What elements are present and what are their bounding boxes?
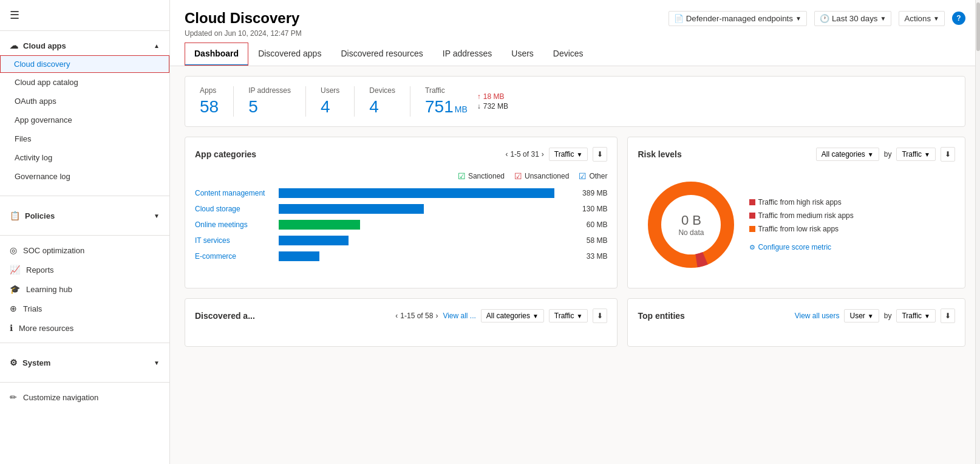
app-categories-card: App categories ‹ 1-5 of 31 › Traffic ▼ ⬇ (185, 137, 618, 288)
sidebar-item-cloud-discovery[interactable]: Cloud discovery (0, 55, 169, 73)
app-categories-download-button[interactable]: ⬇ (593, 147, 607, 162)
sidebar-section-system[interactable]: ⚙ System ▼ (0, 353, 169, 372)
bar-fill-online-meetings (279, 220, 360, 230)
sidebar-section-label: Cloud apps (23, 41, 66, 50)
disc-prev-icon[interactable]: ‹ (395, 312, 398, 320)
risk-medium-dot (749, 213, 755, 219)
sidebar-section-cloud-apps[interactable]: ☁ Cloud apps ▲ (0, 36, 169, 55)
tab-users[interactable]: Users (502, 43, 543, 66)
discovered-apps-view-all[interactable]: View all ... (443, 312, 475, 320)
risk-category-filter-button[interactable]: All categories ▼ (816, 148, 879, 161)
tab-dashboard[interactable]: Dashboard (185, 43, 248, 66)
bar-label-it-services[interactable]: IT services (195, 236, 274, 245)
top-entities-user-filter[interactable]: User ▼ (844, 309, 879, 322)
time-chevron-icon: ▼ (880, 15, 886, 22)
risk-item-low: Traffic from low risk apps (749, 225, 853, 233)
top-entities-download-button[interactable]: ⬇ (941, 309, 955, 323)
stat-traffic-label: Traffic (425, 86, 468, 95)
sidebar-item-activity-log[interactable]: Activity log (0, 148, 169, 167)
policies-icon: 📋 (10, 211, 20, 220)
app-categories-filter-button[interactable]: Traffic ▼ (549, 148, 588, 161)
help-button[interactable]: ? (952, 12, 965, 25)
top-entities-by-label: by (884, 312, 892, 320)
sidebar-item-oauth-apps[interactable]: OAuth apps (0, 92, 169, 111)
system-chevron-down-icon: ▼ (154, 360, 160, 366)
bar-value-content-management: 389 MB (574, 189, 607, 197)
endpoint-filter-button[interactable]: 📄 Defender-managed endpoints ▼ (669, 11, 807, 26)
stat-ip-label: IP addresses (248, 86, 291, 95)
risk-by-filter-button[interactable]: Traffic ▼ (896, 148, 936, 161)
tab-discovered-apps[interactable]: Discovered apps (248, 43, 331, 66)
top-entities-traffic-filter[interactable]: Traffic ▼ (896, 309, 936, 322)
sidebar-item-learning-hub[interactable]: 🎓 Learning hub (0, 279, 169, 299)
prev-page-icon[interactable]: ‹ (505, 150, 508, 159)
stat-users-label: Users (321, 86, 339, 95)
sidebar: ☰ ☁ Cloud apps ▲ Cloud discovery Cloud a… (0, 0, 170, 464)
legend-unsanctioned[interactable]: ☑ Unsanctioned (514, 171, 569, 181)
disc-download-icon: ⬇ (597, 312, 603, 320)
endpoint-icon: 📄 (674, 14, 684, 23)
sidebar-item-files[interactable]: Files (0, 129, 169, 148)
customize-nav-icon: ✏ (10, 392, 17, 402)
sidebar-item-customize-navigation[interactable]: ✏ Customize navigation (0, 387, 169, 407)
tab-ip-addresses[interactable]: IP addresses (433, 43, 502, 66)
bar-label-online-meetings[interactable]: Online meetings (195, 220, 274, 229)
user-chevron-icon: ▼ (868, 313, 874, 319)
soc-icon: ◎ (10, 245, 17, 255)
sidebar-item-soc-optimization[interactable]: ◎ SOC optimization (0, 241, 169, 260)
bar-chart: Content management 389 MB Cloud storage … (195, 188, 607, 261)
sidebar-item-cloud-app-catalog[interactable]: Cloud app catalog (0, 73, 169, 92)
risk-download-button[interactable]: ⬇ (941, 147, 955, 162)
sidebar-files-label: Files (15, 134, 31, 143)
chevron-up-icon: ▲ (154, 43, 160, 49)
scrollbar-thumb[interactable] (976, 2, 980, 51)
risk-download-icon: ⬇ (945, 150, 951, 159)
main-content: Cloud Discovery 📄 Defender-managed endpo… (170, 0, 980, 464)
sidebar-policies-label: Policies (25, 211, 55, 220)
configure-score-metric-link[interactable]: ⚙ Configure score metric (749, 243, 853, 251)
scrollbar-track[interactable] (975, 0, 980, 464)
actions-button[interactable]: Actions ▼ (899, 11, 945, 26)
stat-devices: Devices 4 (355, 86, 410, 117)
app-categories-pagination: ‹ 1-5 of 31 › (505, 150, 543, 159)
sidebar-item-app-governance[interactable]: App governance (0, 111, 169, 129)
stat-apps-label: Apps (200, 86, 219, 95)
sidebar-item-trials[interactable]: ⊕ Trials (0, 299, 169, 318)
bar-label-content-management[interactable]: Content management (195, 189, 274, 197)
donut-area: 0 B No data Traffic from high risk apps … (638, 171, 955, 278)
bar-chart-legend: ☑ Sanctioned ☑ Unsanctioned ☑ Other (195, 171, 607, 181)
bar-row-online-meetings: Online meetings 60 MB (195, 220, 607, 230)
time-filter-button[interactable]: 🕐 Last 30 days ▼ (814, 11, 891, 26)
sidebar-oauth-apps-label: OAuth apps (15, 97, 56, 106)
bar-fill-ecommerce (279, 251, 319, 261)
top-entities-title: Top entities (638, 311, 685, 321)
sidebar-item-governance-log[interactable]: Governance log (0, 167, 169, 186)
disc-next-icon[interactable]: › (435, 312, 438, 320)
top-entities-view-all[interactable]: View all users (795, 312, 840, 320)
hamburger-icon[interactable]: ☰ (10, 9, 19, 22)
risk-legend: Traffic from high risk apps Traffic from… (749, 198, 853, 251)
sidebar-section-policies[interactable]: 📋 Policies ▼ (0, 206, 169, 225)
stat-traffic-upload: 18 MB (483, 92, 505, 101)
legend-sanctioned[interactable]: ☑ Sanctioned (458, 171, 505, 181)
sidebar-item-reports[interactable]: 📈 Reports (0, 260, 169, 279)
legend-other[interactable]: ☑ Other (579, 171, 607, 181)
discovered-apps-category-filter[interactable]: All categories ▼ (481, 309, 544, 322)
bar-container-content-management (279, 188, 569, 198)
next-page-icon[interactable]: › (542, 150, 544, 159)
donut-label: No data (678, 228, 704, 237)
discovered-apps-download-button[interactable]: ⬇ (593, 309, 607, 323)
sidebar-item-more-resources[interactable]: ℹ More resources (0, 318, 169, 338)
reports-icon: 📈 (10, 265, 20, 275)
bar-fill-it-services (279, 236, 349, 245)
discovered-apps-traffic-filter[interactable]: Traffic ▼ (549, 309, 588, 322)
bar-label-ecommerce[interactable]: E-commerce (195, 252, 274, 261)
clock-icon: 🕐 (820, 14, 829, 23)
configure-gear-icon: ⚙ (749, 244, 755, 251)
bar-row-it-services: IT services 58 MB (195, 236, 607, 245)
tab-devices[interactable]: Devices (543, 43, 593, 66)
tab-discovered-resources[interactable]: Discovered resources (331, 43, 432, 66)
cards-row: App categories ‹ 1-5 of 31 › Traffic ▼ ⬇ (185, 137, 965, 288)
risk-item-high: Traffic from high risk apps (749, 198, 853, 206)
bar-label-cloud-storage[interactable]: Cloud storage (195, 205, 274, 213)
